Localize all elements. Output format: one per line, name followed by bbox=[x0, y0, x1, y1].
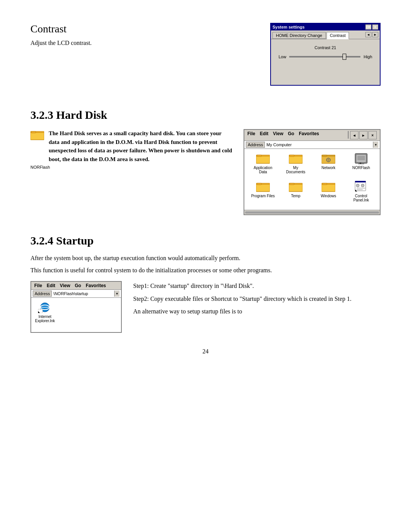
norflash-label: NORFlash bbox=[30, 165, 50, 169]
forward-btn[interactable]: ► bbox=[359, 131, 368, 139]
tab-contrast[interactable]: Contrast bbox=[327, 32, 349, 39]
nav-right-btn[interactable]: ► bbox=[372, 32, 378, 37]
close-btn[interactable]: × bbox=[368, 131, 377, 139]
sys-titlebar: System settings OK × bbox=[271, 24, 380, 30]
address-dropdown[interactable]: ▼ bbox=[373, 142, 378, 148]
contrast-label: Contrast bbox=[315, 45, 331, 50]
menu-view[interactable]: View bbox=[60, 283, 70, 288]
menu-file[interactable]: File bbox=[247, 131, 255, 139]
startup-address-input[interactable]: \NORFlash\startup bbox=[53, 291, 114, 296]
item-label: MyDocuments bbox=[286, 166, 306, 174]
item-label: Program Files bbox=[251, 194, 275, 198]
harddisk-explorer-window: File Edit View Go Favorites ◄ ► × Addres… bbox=[244, 129, 381, 215]
startup-address-dropdown[interactable]: ▼ bbox=[114, 291, 119, 297]
list-item[interactable]: MyDocuments bbox=[281, 153, 311, 178]
svg-rect-11 bbox=[322, 155, 327, 157]
harddisk-heading: 3.2.3 Hard Disk bbox=[30, 109, 381, 121]
menu-file[interactable]: File bbox=[34, 283, 42, 288]
list-item[interactable]: Windows bbox=[314, 181, 343, 206]
svg-rect-34 bbox=[357, 189, 363, 190]
harddisk-bold-text: The Hard Disk serves as a small capacity… bbox=[49, 129, 232, 163]
svg-point-31 bbox=[356, 184, 359, 187]
list-item[interactable]: Temp bbox=[281, 181, 311, 206]
contrast-description: Adjust the LCD contrast. bbox=[30, 40, 255, 46]
slider-track[interactable] bbox=[289, 56, 360, 58]
item-label: ControlPanel.lnk bbox=[353, 194, 369, 202]
menu-favorites[interactable]: Favorites bbox=[86, 283, 106, 288]
sys-body: Contrast 21 Low High bbox=[271, 39, 380, 85]
toolbar-nav-btns: ◄ ► × bbox=[347, 131, 377, 139]
harddisk-section: 3.2.3 Hard Disk The Hard Disk serves as … bbox=[30, 109, 381, 215]
back-btn[interactable]: ◄ bbox=[350, 131, 358, 139]
menu-go[interactable]: Go bbox=[75, 283, 81, 288]
page-number: 24 bbox=[30, 348, 381, 355]
svg-rect-17 bbox=[357, 156, 365, 160]
explorer-scrollbar bbox=[244, 210, 380, 214]
svg-rect-24 bbox=[289, 184, 303, 192]
low-label: Low bbox=[279, 54, 286, 59]
contrast-slider-row: Low High bbox=[279, 54, 372, 59]
norflash-label-row: NORFlash bbox=[30, 165, 232, 169]
svg-rect-18 bbox=[360, 163, 361, 164]
svg-rect-28 bbox=[322, 183, 327, 185]
list-item[interactable]: Program Files bbox=[248, 181, 278, 206]
svg-rect-33 bbox=[357, 188, 366, 189]
menu-view[interactable]: View bbox=[273, 131, 283, 139]
tab-home[interactable]: HOME Directory Change bbox=[272, 32, 326, 39]
ok-button[interactable]: OK bbox=[365, 24, 371, 30]
startup-intro2: This function is useful for control syst… bbox=[30, 265, 381, 275]
address-label: Address bbox=[246, 142, 265, 148]
startup-address-bar: Address \NORFlash\startup ▼ bbox=[31, 290, 121, 298]
menu-edit[interactable]: Edit bbox=[260, 131, 269, 139]
list-item[interactable]: ApplicationData bbox=[248, 153, 278, 178]
high-label: High bbox=[363, 54, 372, 59]
svg-rect-2 bbox=[31, 131, 36, 133]
startup-step3: An alternative way to setup startup file… bbox=[133, 307, 381, 316]
svg-rect-22 bbox=[257, 183, 261, 185]
item-label: Network bbox=[322, 166, 336, 170]
ie-label: InternetExplorer.lnk bbox=[35, 315, 55, 323]
startup-step2: Step2: Copy executable files or Shortcut… bbox=[133, 294, 381, 304]
item-label: ApplicationData bbox=[254, 166, 272, 174]
list-item[interactable]: Network bbox=[314, 153, 343, 178]
address-input[interactable]: My Computer bbox=[266, 142, 373, 147]
startup-intro1: After the system boot up, the startup ex… bbox=[30, 253, 381, 263]
startup-explorer-body: InternetExplorer.lnk bbox=[31, 298, 121, 332]
startup-menubar: File Edit View Go Favorites bbox=[31, 282, 121, 290]
svg-rect-30 bbox=[355, 181, 366, 182]
startup-steps: Step1: Create "startup" directory in "\H… bbox=[133, 281, 381, 320]
harddisk-text: The Hard Disk serves as a small capacity… bbox=[30, 129, 232, 169]
startup-address-label: Address bbox=[33, 291, 52, 297]
startup-explorer-window: File Edit View Go Favorites Address \NOR… bbox=[30, 281, 122, 333]
svg-rect-1 bbox=[30, 133, 44, 140]
startup-content: File Edit View Go Favorites Address \NOR… bbox=[30, 281, 381, 333]
menu-edit[interactable]: Edit bbox=[47, 283, 56, 288]
close-button[interactable]: × bbox=[372, 24, 378, 30]
nav-left-btn[interactable]: ◄ bbox=[365, 32, 371, 37]
svg-rect-27 bbox=[322, 184, 335, 192]
startup-step1: Step1: Create "startup" directory in "\H… bbox=[133, 281, 381, 291]
menu-favorites[interactable]: Favorites bbox=[299, 131, 319, 139]
slider-thumb[interactable] bbox=[342, 54, 346, 60]
svg-rect-8 bbox=[290, 155, 294, 157]
svg-rect-25 bbox=[290, 183, 294, 185]
list-item[interactable]: ControlPanel.lnk bbox=[346, 181, 376, 206]
norflash-folder-icon bbox=[30, 129, 44, 142]
svg-rect-7 bbox=[289, 156, 303, 163]
contrast-section: Contrast Adjust the LCD contrast. System… bbox=[30, 23, 381, 86]
sys-titlebar-buttons: OK × bbox=[365, 24, 378, 30]
list-item[interactable]: InternetExplorer.lnk bbox=[35, 302, 55, 323]
svg-rect-4 bbox=[256, 156, 270, 163]
startup-heading: 3.2.4 Startup bbox=[30, 234, 381, 247]
menu-go[interactable]: Go bbox=[288, 131, 294, 139]
contrast-value: 21 bbox=[331, 45, 336, 50]
address-bar: Address My Computer ▼ bbox=[244, 141, 380, 149]
startup-section: 3.2.4 Startup After the system boot up, … bbox=[30, 234, 381, 333]
scrollbar-track[interactable] bbox=[245, 211, 379, 214]
svg-rect-5 bbox=[257, 155, 261, 157]
explorer-menubar: File Edit View Go Favorites ◄ ► × bbox=[244, 130, 380, 141]
list-item[interactable]: NORFlash bbox=[346, 153, 376, 178]
svg-rect-21 bbox=[256, 184, 270, 192]
harddisk-content: The Hard Disk serves as a small capacity… bbox=[30, 129, 381, 215]
svg-rect-19 bbox=[358, 164, 364, 164]
